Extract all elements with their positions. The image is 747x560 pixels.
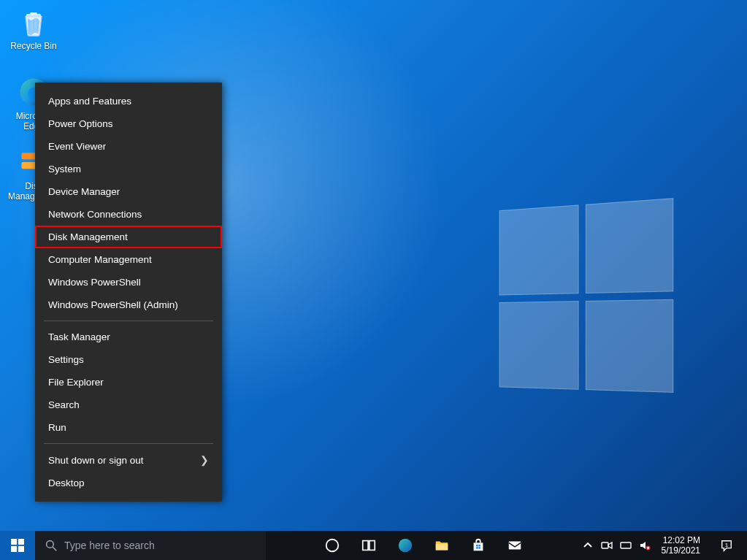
start-button[interactable] bbox=[0, 531, 35, 560]
svg-rect-12 bbox=[369, 541, 375, 551]
chevron-right-icon: ❯ bbox=[200, 454, 209, 466]
cortana-icon bbox=[324, 537, 340, 553]
taskbar-mail[interactable] bbox=[498, 531, 532, 560]
svg-rect-17 bbox=[476, 547, 478, 548]
search-icon bbox=[45, 540, 57, 551]
taskbar-edge[interactable] bbox=[388, 531, 422, 560]
winx-item-file-explorer[interactable]: File Explorer bbox=[35, 371, 222, 394]
desktop[interactable]: Recycle Bin Microsoft Edge Disk Manageme… bbox=[0, 0, 747, 531]
taskbar-search[interactable]: Type here to search bbox=[35, 531, 266, 560]
winx-item-powershell[interactable]: Windows PowerShell bbox=[35, 271, 222, 294]
svg-text:1: 1 bbox=[725, 542, 729, 548]
svg-rect-18 bbox=[478, 547, 480, 548]
menu-label: Settings bbox=[48, 354, 84, 365]
winx-item-powershell-admin[interactable]: Windows PowerShell (Admin) bbox=[35, 294, 222, 316]
svg-rect-15 bbox=[476, 545, 478, 546]
store-icon bbox=[470, 537, 486, 553]
desktop-icon-label: Recycle Bin bbox=[10, 41, 56, 51]
svg-rect-7 bbox=[18, 546, 24, 552]
tray-meet-now[interactable] bbox=[600, 539, 613, 552]
menu-label: System bbox=[48, 164, 81, 174]
svg-point-8 bbox=[47, 541, 54, 548]
menu-label: Event Viewer bbox=[48, 141, 106, 152]
winx-item-settings[interactable]: Settings bbox=[35, 348, 222, 371]
clock-time: 12:02 PM bbox=[662, 535, 700, 545]
system-tray: 12:02 PM 5/19/2021 1 bbox=[581, 531, 747, 560]
svg-rect-4 bbox=[11, 539, 17, 545]
menu-label: Device Manager bbox=[48, 186, 120, 197]
tray-overflow[interactable] bbox=[581, 539, 594, 552]
tray-input-indicator[interactable] bbox=[619, 539, 632, 552]
menu-label: Power Options bbox=[48, 118, 113, 129]
svg-line-9 bbox=[53, 547, 56, 551]
menu-label: Search bbox=[48, 399, 80, 410]
svg-rect-21 bbox=[621, 542, 631, 548]
menu-separator bbox=[44, 321, 213, 321]
taskbar-pinned-apps bbox=[266, 531, 581, 560]
menu-label: Run bbox=[48, 422, 66, 433]
svg-rect-11 bbox=[363, 541, 368, 551]
menu-label: Windows PowerShell bbox=[48, 277, 141, 288]
search-placeholder: Type here to search bbox=[64, 540, 155, 551]
svg-point-10 bbox=[326, 540, 339, 552]
windows-logo-icon bbox=[11, 539, 24, 552]
notification-icon: 1 bbox=[720, 539, 733, 552]
chevron-up-icon bbox=[582, 540, 594, 551]
volume-muted-icon bbox=[639, 540, 651, 551]
svg-point-13 bbox=[399, 539, 412, 552]
winx-item-shutdown-signout[interactable]: Shut down or sign out ❯ bbox=[35, 448, 222, 472]
menu-label: Computer Management bbox=[48, 254, 152, 265]
menu-separator bbox=[44, 443, 213, 444]
svg-rect-20 bbox=[602, 542, 608, 548]
file-explorer-icon bbox=[434, 537, 450, 553]
taskbar-cortana[interactable] bbox=[315, 531, 349, 560]
winx-item-computer-management[interactable]: Computer Management bbox=[35, 248, 222, 271]
desktop-icon-recycle-bin[interactable]: Recycle Bin bbox=[4, 6, 63, 51]
winx-item-system[interactable]: System bbox=[35, 158, 222, 180]
svg-rect-14 bbox=[436, 544, 448, 550]
mail-icon bbox=[507, 537, 523, 553]
recycle-bin-icon bbox=[18, 6, 50, 38]
camera-icon bbox=[601, 540, 613, 551]
winx-item-power-options[interactable]: Power Options bbox=[35, 112, 222, 135]
menu-label: Apps and Features bbox=[48, 96, 131, 107]
taskbar-clock[interactable]: 12:02 PM 5/19/2021 bbox=[657, 535, 705, 556]
menu-label: Disk Management bbox=[48, 231, 128, 242]
keyboard-icon bbox=[620, 540, 632, 551]
svg-rect-5 bbox=[18, 539, 24, 545]
winx-item-search[interactable]: Search bbox=[35, 394, 222, 416]
menu-label: Shut down or sign out bbox=[48, 455, 144, 466]
action-center[interactable]: 1 bbox=[710, 531, 743, 560]
wallpaper-windows-logo bbox=[499, 198, 678, 398]
winx-item-desktop[interactable]: Desktop bbox=[35, 472, 222, 494]
tray-volume[interactable] bbox=[638, 539, 651, 552]
svg-rect-16 bbox=[478, 545, 480, 546]
clock-date: 5/19/2021 bbox=[662, 545, 700, 556]
edge-icon bbox=[397, 537, 413, 553]
winx-item-run[interactable]: Run bbox=[35, 416, 222, 439]
menu-label: Task Manager bbox=[48, 331, 110, 342]
taskbar-store[interactable] bbox=[461, 531, 495, 560]
taskbar: Type here to search bbox=[0, 531, 747, 560]
taskbar-file-explorer[interactable] bbox=[425, 531, 459, 560]
winx-item-event-viewer[interactable]: Event Viewer bbox=[35, 135, 222, 158]
winx-item-network-connections[interactable]: Network Connections bbox=[35, 203, 222, 226]
winx-menu: Apps and Features Power Options Event Vi… bbox=[35, 83, 222, 502]
task-view-icon bbox=[361, 537, 377, 553]
svg-rect-6 bbox=[11, 546, 17, 552]
winx-item-apps-and-features[interactable]: Apps and Features bbox=[35, 90, 222, 112]
winx-item-device-manager[interactable]: Device Manager bbox=[35, 180, 222, 203]
winx-item-disk-management[interactable]: Disk Management bbox=[35, 226, 222, 248]
taskbar-task-view[interactable] bbox=[352, 531, 386, 560]
winx-item-task-manager[interactable]: Task Manager bbox=[35, 326, 222, 348]
menu-label: File Explorer bbox=[48, 377, 104, 388]
svg-rect-19 bbox=[509, 542, 521, 550]
menu-label: Windows PowerShell (Admin) bbox=[48, 299, 178, 310]
menu-label: Network Connections bbox=[48, 209, 142, 220]
menu-label: Desktop bbox=[48, 477, 85, 488]
